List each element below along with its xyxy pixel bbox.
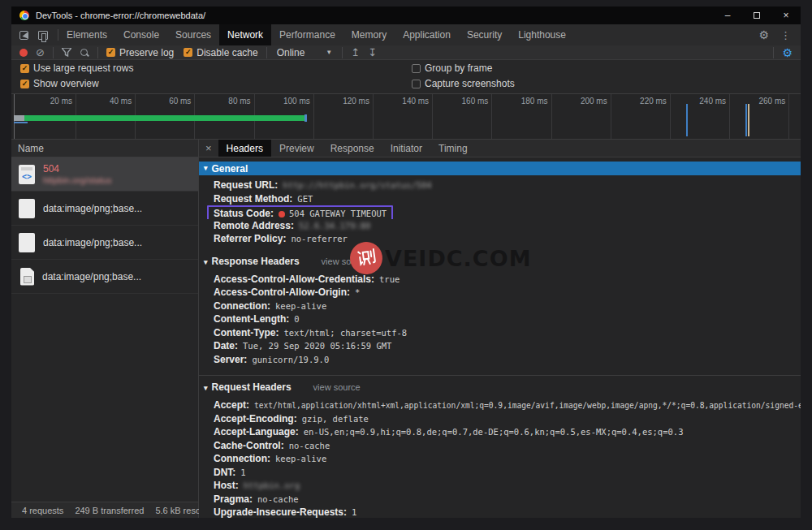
request-headers-section-header[interactable]: ▾ Request Headers view source [199, 376, 801, 395]
devtools-right-icons: ⚙ ⋮ [749, 24, 801, 45]
view-source-link[interactable]: view source [313, 382, 361, 392]
checkbox-disable-cache[interactable]: ✓Disable cache [184, 47, 257, 58]
header-name: Accept-Encoding: [214, 413, 297, 424]
tab-elements[interactable]: Elements [58, 24, 115, 45]
request-row[interactable]: data:image/png;base... [11, 260, 198, 294]
detail-tab-initiator[interactable]: Initiator [382, 140, 430, 157]
header-name: Accept: [214, 399, 249, 411]
tab-network[interactable]: Network [219, 24, 271, 45]
summary-bar: 4 requests249 B transferred5.6 kB resour… [11, 502, 198, 518]
header-value: text/html,application/xhtml+xml,applicat… [254, 401, 801, 410]
request-name: data:image/png;base... [43, 203, 142, 214]
tab-lighthouse[interactable]: Lighthouse [510, 24, 574, 45]
header-name: Request URL: [214, 179, 278, 191]
timeline-tick-label: 60 ms [169, 97, 191, 106]
maximize-button[interactable] [742, 6, 771, 24]
header-row: Content-Length:0 [199, 312, 801, 326]
request-row[interactable]: 504httpbin.org/status [11, 157, 198, 192]
header-row: Referrer Policy:no-referrer [199, 232, 801, 246]
detail-tab-headers[interactable]: Headers [218, 140, 271, 157]
headers-content: ▾ General Request URL:http://httpbin.org… [199, 157, 801, 518]
checkbox-label: Use large request rows [33, 62, 133, 74]
response-headers-section-header[interactable]: ▾ Response Headers view source [199, 250, 801, 269]
tab-performance[interactable]: Performance [271, 24, 343, 45]
name-column-header[interactable]: Name [11, 140, 198, 157]
divider [342, 47, 343, 58]
checkbox-preserve-log[interactable]: ✓Preserve log [106, 47, 174, 58]
timeline-tick-label: 180 ms [521, 97, 548, 106]
header-row: Connection:keep-alive [199, 299, 801, 313]
network-toolbar-right: ⚙ [773, 47, 793, 58]
checkbox-label: Disable cache [197, 47, 257, 58]
header-value: gzip, deflate [302, 414, 369, 424]
record-button[interactable] [19, 49, 28, 57]
network-main-area: Name 504httpbin.org/statusdata:image/png… [11, 140, 801, 518]
timeline-event-line [745, 104, 747, 136]
timeline-waiting-segment [14, 115, 24, 121]
tab-sources[interactable]: Sources [167, 24, 219, 45]
header-name: Access-Control-Allow-Origin: [214, 287, 350, 298]
timeline-tick-label: 220 ms [640, 97, 667, 106]
screenshot-stage: DevTools - chrome-error://chromewebdata/… [0, 0, 812, 530]
timeline-gridline: 260 ms [730, 94, 789, 139]
more-options-icon[interactable]: ⋮ [780, 29, 791, 41]
detail-tab-response[interactable]: Response [322, 140, 382, 157]
header-value: httpbin.org [244, 480, 300, 490]
network-settings-gear-icon[interactable]: ⚙ [782, 47, 793, 58]
header-name: Accept-Language: [214, 426, 299, 437]
tab-console[interactable]: Console [115, 24, 167, 45]
header-name: Pragma: [214, 493, 253, 505]
checkbox-icon: ✓ [106, 48, 115, 57]
tab-security[interactable]: Security [459, 24, 510, 45]
checkbox-capture-screenshots[interactable]: Capture screenshots [412, 78, 515, 89]
requests-panel: Name 504httpbin.org/statusdata:image/png… [11, 140, 199, 518]
checkbox-use-large-request-rows[interactable]: ✓Use large request rows [20, 62, 133, 74]
header-name: Referrer Policy: [214, 233, 286, 244]
import-har-icon[interactable]: ↥ [351, 46, 360, 58]
checkbox-group-by-frame[interactable]: Group by frame [412, 62, 515, 74]
device-toolbar-icon[interactable] [38, 31, 48, 40]
request-row[interactable]: data:image/png;base... [11, 226, 198, 260]
header-name: Status Code: [214, 208, 274, 219]
inspect-element-icon[interactable] [19, 31, 28, 40]
throttling-dropdown[interactable]: Online ▼ [275, 47, 335, 58]
checkbox-show-overview[interactable]: ✓Show overview [20, 78, 133, 89]
tab-memory[interactable]: Memory [343, 24, 395, 45]
filter-icon[interactable] [62, 48, 71, 57]
headers-panel: × HeadersPreviewResponseInitiatorTiming … [199, 140, 801, 518]
timeline-gridline: 160 ms [433, 94, 492, 139]
overview-timeline[interactable]: 20 ms40 ms60 ms80 ms100 ms120 ms140 ms16… [11, 93, 801, 140]
window-title: DevTools - chrome-error://chromewebdata/ [36, 11, 205, 20]
header-row: Pragma:no-cache [199, 493, 801, 506]
header-value: 1 [240, 468, 245, 477]
header-row: Request URL:http://httpbin.org/status/50… [199, 179, 801, 192]
view-source-link[interactable]: view source [322, 256, 369, 266]
timeline-gridline: 140 ms [374, 94, 433, 139]
tab-application[interactable]: Application [395, 24, 459, 45]
search-icon[interactable] [80, 48, 89, 58]
export-har-icon[interactable]: ↧ [368, 46, 377, 58]
response-header-items: Access-Control-Allow-Credentials:trueAcc… [199, 269, 801, 371]
minimize-button[interactable]: – [713, 6, 742, 24]
request-row[interactable]: data:image/png;base... [11, 192, 198, 226]
maximize-icon [754, 12, 760, 19]
header-row: Accept:text/html,application/xhtml+xml,a… [199, 399, 801, 412]
general-section-header[interactable]: ▾ General [199, 162, 801, 175]
timeline-load-line [748, 104, 749, 136]
close-details-icon[interactable]: × [199, 140, 218, 157]
close-button[interactable]: × [771, 6, 801, 24]
settings-gear-icon[interactable]: ⚙ [758, 29, 769, 41]
request-list: 504httpbin.org/statusdata:image/png;base… [11, 157, 198, 502]
header-value: http://httpbin.org/status/504 [283, 180, 431, 190]
checkbox-label: Capture screenshots [425, 78, 515, 89]
clear-requests-icon[interactable]: ⊘ [36, 47, 45, 58]
timeline-tick-label: 160 ms [462, 97, 489, 106]
detail-tab-preview[interactable]: Preview [271, 140, 322, 157]
window-controls: – × [713, 6, 801, 24]
detail-tab-timing[interactable]: Timing [430, 140, 476, 157]
timeline-tick-label: 120 ms [343, 97, 369, 106]
timeline-gridline: 120 ms [314, 94, 374, 139]
triangle-down-icon: ▾ [204, 385, 208, 392]
header-row: DNT:1 [199, 466, 801, 480]
network-toolbar: ⊘ ✓Preserve log✓Disable cache Online ▼ ↥… [11, 45, 801, 60]
